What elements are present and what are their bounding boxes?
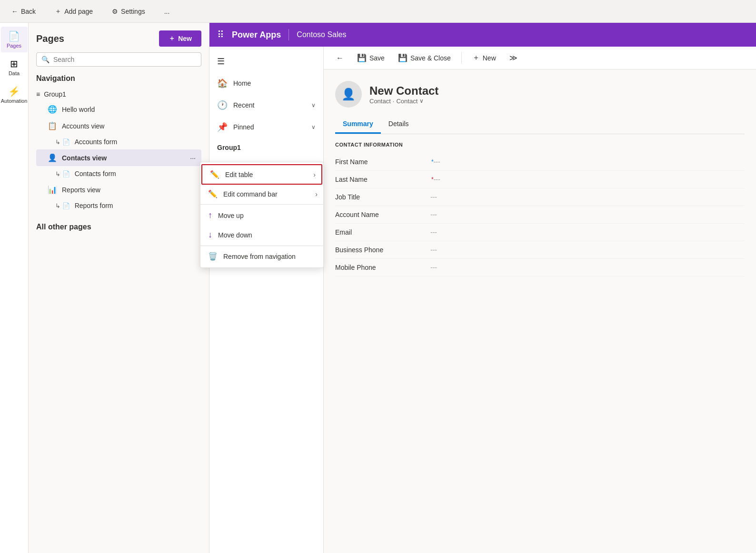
last-name-value[interactable]: --- <box>434 176 745 183</box>
contact-avatar: 👤 <box>335 81 362 108</box>
hello-world-icon: 🌐 <box>48 105 57 114</box>
settings-button[interactable]: ⚙ Settings <box>108 6 149 17</box>
ctx-separator-1 <box>200 204 323 205</box>
ctx-edit-command-bar-label: Edit command bar <box>223 190 278 198</box>
save-close-button[interactable]: 💾 Save & Close <box>393 50 456 65</box>
app-nav-home[interactable]: 🏠 Home <box>209 72 323 94</box>
ctx-move-up-label: Move up <box>218 212 244 219</box>
ctx-remove-from-nav-label: Remove from navigation <box>223 253 296 260</box>
recent-icon: 🕐 <box>217 100 228 110</box>
accounts-form-icon: ↳ 📄 <box>55 138 70 146</box>
top-bar: ← Back ＋ Add page ⚙ Settings ... <box>0 0 756 23</box>
edit-table-icon: ✏️ <box>210 170 219 179</box>
nav-item-contacts-form[interactable]: ↳ 📄 Contacts form <box>36 166 201 181</box>
reports-view-icon: 📊 <box>48 185 57 194</box>
accounts-view-label: Accounts view <box>62 122 104 130</box>
account-name-value[interactable]: --- <box>430 211 745 218</box>
nav-item-accounts-view[interactable]: 📋 Accounts view <box>36 118 201 134</box>
nav-item-reports-form[interactable]: ↳ 📄 Reports form <box>36 198 201 213</box>
save-button[interactable]: 💾 Save <box>352 50 389 65</box>
more-icon: ... <box>164 8 170 15</box>
ctx-move-up[interactable]: ↑ Move up <box>200 206 323 225</box>
nav-item-accounts-form[interactable]: ↳ 📄 Accounts form <box>36 134 201 149</box>
move-up-icon: ↑ <box>208 210 212 220</box>
search-input[interactable] <box>53 56 196 63</box>
toolbar-more-icon: ≫ <box>509 53 517 62</box>
reports-view-label: Reports view <box>62 186 100 194</box>
contacts-view-row: 👤 Contacts view ··· <box>36 149 201 166</box>
gear-icon: ⚙ <box>112 8 118 15</box>
contact-section-title: CONTACT INFORMATION <box>335 142 745 148</box>
pa-grid-icon: ⠿ <box>217 29 224 40</box>
pa-site-title: Contoso Sales <box>297 30 346 39</box>
tab-summary[interactable]: Summary <box>335 115 381 134</box>
pages-icon: 📄 <box>8 30 20 42</box>
ctx-move-down-label: Move down <box>218 231 252 239</box>
group1-label[interactable]: ≡ Group1 <box>36 88 201 101</box>
edit-command-bar-arrow: › <box>315 190 318 198</box>
edit-table-arrow: › <box>313 171 316 178</box>
mobile-phone-label: Mobile Phone <box>335 264 430 271</box>
more-button[interactable]: ... <box>160 6 174 17</box>
toolbar-back-button[interactable]: ← <box>331 51 348 65</box>
icon-sidebar: 📄 Pages ⊞ Data ⚡ Automation <box>0 23 29 553</box>
automation-label: Automation <box>1 98 28 104</box>
ctx-remove-from-nav[interactable]: 🗑️ Remove from navigation <box>200 247 323 266</box>
pa-topbar: ⠿ Power Apps Contoso Sales <box>209 23 756 47</box>
recent-label: Recent <box>233 101 254 109</box>
contacts-view-more-button[interactable]: ··· <box>186 153 199 163</box>
avatar-icon: 👤 <box>341 88 356 101</box>
field-account-name: Account Name --- <box>335 206 745 224</box>
contact-area: 👤 New Contact Contact · Contact ∨ <box>324 69 756 553</box>
new-record-button[interactable]: ＋ New <box>468 50 501 66</box>
contacts-form-icon: ↳ 📄 <box>55 170 70 178</box>
home-icon: 🏠 <box>217 78 228 89</box>
automation-icon: ⚡ <box>8 86 20 97</box>
pa-app-name: Power Apps <box>232 30 281 40</box>
pages-panel: Pages ＋ New 🔍 Navigation ≡ Group1 🌐 Hell… <box>29 23 209 553</box>
pages-header: Pages ＋ New <box>36 30 201 47</box>
move-down-icon: ↓ <box>208 230 212 240</box>
add-page-button[interactable]: ＋ Add page <box>51 5 97 18</box>
field-first-name: First Name * --- <box>335 153 745 171</box>
toolbar-more-button[interactable]: ≫ <box>505 50 522 65</box>
email-value[interactable]: --- <box>430 228 745 236</box>
recent-chevron: ∨ <box>311 102 316 109</box>
app-nav-recent[interactable]: 🕐 Recent ∨ <box>209 94 323 116</box>
navigation-title: Navigation <box>36 74 201 83</box>
contacts-view-label: Contacts view <box>62 154 107 162</box>
pinned-chevron: ∨ <box>311 124 316 130</box>
nav-item-contacts-view[interactable]: 👤 Contacts view <box>36 149 201 166</box>
sidebar-item-data[interactable]: ⊞ Data <box>1 54 28 80</box>
nav-item-reports-view[interactable]: 📊 Reports view <box>36 181 201 198</box>
back-button[interactable]: ← Back <box>8 6 40 17</box>
new-page-button[interactable]: ＋ New <box>159 30 201 47</box>
mobile-phone-value[interactable]: --- <box>430 264 745 271</box>
job-title-value[interactable]: --- <box>430 193 745 201</box>
email-label: Email <box>335 228 430 236</box>
ctx-edit-command-bar[interactable]: ✏️ Edit command bar › <box>200 185 323 203</box>
hello-world-label: Hello world <box>62 106 95 113</box>
remove-from-nav-icon: 🗑️ <box>208 252 218 261</box>
new-record-label: New <box>483 54 496 62</box>
ctx-move-down[interactable]: ↓ Move down <box>200 225 323 245</box>
new-plus-icon: ＋ <box>169 34 175 43</box>
app-nav-pinned[interactable]: 📌 Pinned ∨ <box>209 116 323 138</box>
hamburger-button[interactable]: ☰ <box>209 50 323 72</box>
nav-item-hello-world[interactable]: 🌐 Hello world <box>36 101 201 118</box>
contact-subtitle: Contact · Contact ∨ <box>369 98 438 105</box>
tab-details[interactable]: Details <box>381 115 417 134</box>
save-icon: 💾 <box>357 53 367 62</box>
ctx-edit-table-label: Edit table <box>225 171 253 178</box>
all-other-pages-title: All other pages <box>36 223 201 231</box>
sidebar-item-pages[interactable]: 📄 Pages <box>1 27 28 52</box>
contact-dropdown-icon[interactable]: ∨ <box>419 98 424 104</box>
ctx-edit-table[interactable]: ✏️ Edit table › <box>201 164 322 185</box>
group1-text: Group1 <box>44 90 66 98</box>
first-name-value[interactable]: --- <box>434 158 745 166</box>
contact-tabs: Summary Details <box>335 115 745 134</box>
sidebar-item-automation[interactable]: ⚡ Automation <box>1 82 28 108</box>
contact-info: New Contact Contact · Contact ∨ <box>369 84 438 105</box>
business-phone-value[interactable]: --- <box>430 246 745 254</box>
main-layout: 📄 Pages ⊞ Data ⚡ Automation Pages ＋ New … <box>0 23 756 553</box>
